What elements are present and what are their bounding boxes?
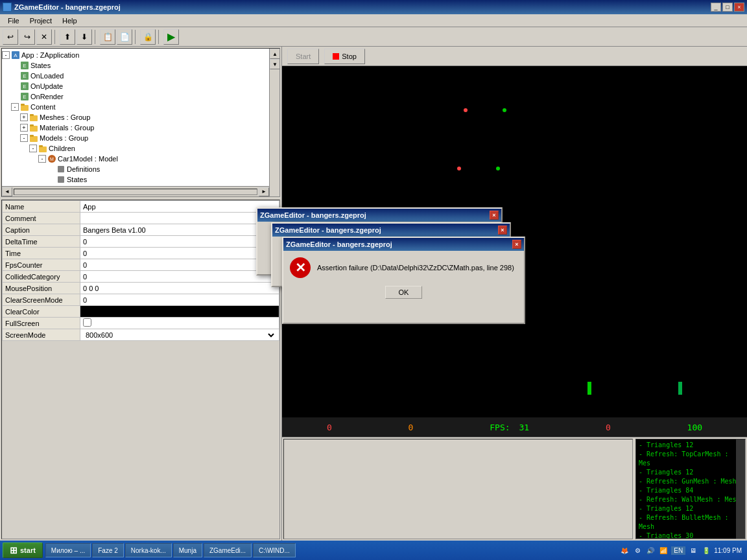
- tree-node-onupdate[interactable]: EOnUpdate: [2, 81, 279, 91]
- tree-node-models[interactable]: -Models : Group: [2, 133, 279, 143]
- prop-name-4: Time: [3, 248, 80, 259]
- prop-select-11[interactable]: 800x6001024x7681280x1024: [83, 331, 276, 340]
- log-scrollbar[interactable]: [736, 439, 745, 539]
- error-message: Assertion failure (D:\Data\Delphi32\ZzDC…: [317, 264, 514, 272]
- taskbar-item-2[interactable]: Norka-kok...: [125, 543, 172, 557]
- node-icon-materials: [29, 123, 38, 132]
- tray-icon-2: ⚙: [632, 546, 643, 555]
- tree-expand-children[interactable]: -: [29, 145, 37, 152]
- taskbar-clock: 11:09 PM: [714, 547, 742, 554]
- fps-bar: 0 0 FPS: 31 0 100: [282, 417, 747, 437]
- svg-rect-22: [58, 166, 64, 172]
- tree-label-app: App : ZApplication: [21, 51, 79, 59]
- prop-value-9[interactable]: [80, 306, 279, 318]
- tree-node-car1model[interactable]: -MCar1Model : Model: [2, 154, 279, 164]
- game-dot: [503, 108, 506, 112]
- node-icon-onupdate: E: [20, 82, 29, 91]
- tree-expand-materials[interactable]: +: [20, 124, 28, 132]
- tree-scroll-up[interactable]: ▲: [270, 49, 280, 59]
- tree-label-onrender: OnRender: [30, 93, 64, 100]
- taskbar-item-0[interactable]: Милою – ...: [45, 543, 91, 557]
- menu-project[interactable]: Project: [25, 16, 57, 26]
- tree-expand-app[interactable]: -: [2, 51, 10, 59]
- tree-expand-meshes[interactable]: +: [20, 113, 28, 121]
- prop-value-11[interactable]: 800x6001024x7681280x1024: [80, 329, 279, 341]
- toolbar-redo[interactable]: ↪: [19, 29, 35, 45]
- properties-table: NameAppCommentCaptionBangers Beta v1.00D…: [2, 200, 279, 341]
- tree-node-app[interactable]: -AApp : ZApplication: [2, 50, 279, 60]
- taskbar-item-4[interactable]: ZGameEdi...: [204, 543, 252, 557]
- toolbar-copy[interactable]: 📋: [100, 29, 115, 45]
- svg-rect-10: [21, 105, 29, 111]
- taskbar-item-3[interactable]: Munja: [173, 543, 202, 557]
- tree-node-onrender[interactable]: EOnRender: [2, 91, 279, 102]
- tree-label-models: Models : Group: [40, 134, 88, 142]
- prop-row-11: ScreenMode800x6001024x7681280x1024: [3, 329, 279, 341]
- dialog-bg2-title: ZGameEditor - bangers.zgeproj ×: [272, 224, 510, 237]
- prop-row-6: CollidedCategory0: [3, 271, 279, 283]
- prop-checkbox-10[interactable]: [83, 318, 91, 327]
- toolbar-delete[interactable]: ✕: [36, 29, 52, 45]
- menu-help[interactable]: Help: [57, 16, 82, 26]
- hscroll-right[interactable]: ►: [259, 187, 269, 196]
- stop-button[interactable]: Stop: [324, 49, 365, 64]
- taskbar-item-1[interactable]: Faze 2: [92, 543, 124, 557]
- title-bar: ZGameEditor - bangers.zgeproj _ □ ×: [0, 0, 747, 14]
- tray-icon-1: 🦊: [619, 546, 630, 555]
- tree-node-children[interactable]: -Children: [2, 143, 279, 154]
- prop-value-7[interactable]: 0 0 0: [80, 283, 279, 294]
- node-icon-onloaded: E: [20, 71, 29, 80]
- fps-left-zero: 0: [409, 423, 414, 432]
- prop-row-8: ClearScreenMode0: [3, 294, 279, 306]
- menu-file[interactable]: File: [3, 16, 25, 26]
- toolbar-paste[interactable]: 📄: [117, 29, 132, 45]
- tree-hscroll[interactable]: ◄ ►: [2, 186, 269, 196]
- prop-row-5: FpsCounter0: [3, 259, 279, 271]
- error-dialog-body: ✕ Assertion failure (D:\Data\Delphi32\Zz…: [283, 251, 524, 305]
- prop-value-8: 0: [80, 294, 279, 306]
- toolbar-run[interactable]: ▶: [163, 29, 179, 45]
- tree-label-states2: States: [67, 176, 87, 183]
- tree-scroll-down[interactable]: ▼: [270, 59, 280, 69]
- error-dialog[interactable]: ZGameEditor - bangers.zgeproj × ✕ Assert…: [282, 237, 525, 324]
- taskbar-item-5[interactable]: C:\WIND...: [253, 543, 296, 557]
- start-button[interactable]: Start: [287, 49, 319, 64]
- dialog-bg2-close[interactable]: ×: [498, 226, 507, 235]
- start-button-taskbar[interactable]: ⊞ start: [3, 542, 43, 558]
- tree-node-content[interactable]: -Content: [2, 102, 279, 112]
- maximize-button[interactable]: □: [722, 3, 733, 12]
- prop-value-0: App: [80, 201, 279, 213]
- tree-node-materials[interactable]: +Materials : Group: [2, 122, 279, 133]
- tree-label-onupdate: OnUpdate: [30, 82, 63, 90]
- tree-node-onloaded[interactable]: EOnLoaded: [2, 71, 279, 81]
- log-line: - Refresh: TopCarMesh : Mes: [639, 450, 742, 468]
- dialog-bg1-close[interactable]: ×: [490, 211, 499, 220]
- tray-icon-4: 📶: [658, 546, 669, 555]
- tray-icon-5: 🖥: [688, 546, 698, 555]
- tree-expand-models[interactable]: -: [20, 134, 28, 142]
- prop-row-1: Comment: [3, 213, 279, 224]
- taskbar-items: Милою – ...Faze 2Norka-kok...MunjaZGameE…: [45, 543, 617, 557]
- log-line: - Triangles 12: [639, 468, 742, 477]
- tree-node-states2[interactable]: States: [2, 174, 279, 185]
- tree-node-meshes[interactable]: +Meshes : Group: [2, 112, 279, 122]
- prop-row-10: FullScreen: [3, 318, 279, 329]
- toolbar-up[interactable]: ⬆: [60, 29, 75, 45]
- toolbar-down[interactable]: ⬇: [77, 29, 92, 45]
- prop-value-10[interactable]: [80, 318, 279, 329]
- log-line: - Triangles 12: [639, 504, 742, 513]
- tree-scrollbar[interactable]: ▲ ▼: [269, 49, 279, 196]
- ok-button[interactable]: OK: [385, 286, 423, 299]
- tree-expand-content[interactable]: -: [11, 103, 19, 111]
- tree-node-states[interactable]: EStates: [2, 60, 279, 71]
- tree-node-definitions[interactable]: Definitions: [2, 164, 279, 174]
- toolbar-undo[interactable]: ↩: [3, 29, 18, 45]
- hscroll-left[interactable]: ◄: [2, 187, 12, 196]
- prop-row-9: ClearColor: [3, 306, 279, 318]
- minimize-button[interactable]: _: [711, 3, 721, 12]
- error-dialog-close[interactable]: ×: [512, 240, 521, 249]
- tree-expand-car1model[interactable]: -: [38, 155, 46, 163]
- left-panel: -AApp : ZApplicationEStatesEOnLoadedEOnU…: [0, 47, 282, 541]
- toolbar-lock[interactable]: 🔒: [140, 29, 156, 45]
- close-button[interactable]: ×: [734, 3, 744, 12]
